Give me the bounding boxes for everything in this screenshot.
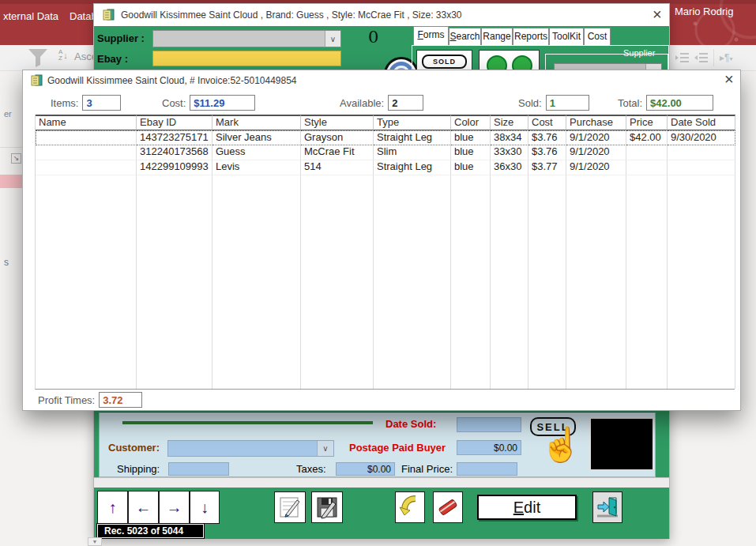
filter-icon[interactable] [27,47,49,68]
sold-field[interactable]: 1 [546,95,589,111]
customer-combobox[interactable]: ∨ [167,440,334,457]
table-cell[interactable]: McCrae Fit [301,145,374,160]
table-cell[interactable]: 9/1/2020 [566,145,626,160]
toolbar-separator [713,49,714,66]
column-header[interactable]: Mark [213,115,301,130]
increase-indent-icon[interactable] [675,52,690,63]
arrow-right-icon: → [167,499,182,517]
save-record-button[interactable] [311,491,343,523]
table-cell[interactable] [36,160,137,175]
table-cell[interactable]: 312240173568 [137,145,213,160]
table-cell[interactable]: 33x30 [491,145,528,160]
tab-toolkit[interactable]: ToolKit [549,28,584,45]
table-cell[interactable]: Levis [213,160,301,175]
column-header[interactable]: Purchase [566,115,626,130]
total-field[interactable]: $42.00 [646,95,713,111]
table-cell[interactable]: $42.00 [626,130,668,145]
sort-ascending-icon[interactable]: AZ ↓ [58,49,68,62]
table-cell[interactable]: Grayson [301,130,374,145]
record-first-button[interactable]: ↑ [97,491,128,524]
table-cell[interactable]: 9/30/2020 [668,130,735,145]
column-header[interactable]: Ebay ID [137,115,213,130]
cost-summary: Cost: $11.29 [162,94,255,111]
table-cell[interactable] [36,145,137,160]
supplier-combo-chevron-icon[interactable]: ∨ [325,31,340,47]
table-cell[interactable]: blue [451,130,491,145]
sort-down-arrow: ↓ [63,51,68,60]
postage-paid-field[interactable]: $0.00 [457,440,521,455]
final-price-label: Final Price: [401,463,453,475]
scrollbar-down-icon[interactable]: ▼ [88,537,102,546]
item-image-placeholder[interactable] [589,417,654,471]
table-cell[interactable]: 143723275171 [137,130,213,145]
table-column-filler [566,175,626,389]
table-cell[interactable] [626,160,668,175]
table-cell[interactable]: Guess [213,145,301,160]
delete-record-button[interactable] [433,491,463,523]
shipping-field[interactable] [168,462,229,476]
table-cell[interactable]: $3.77 [528,160,566,175]
customer-combo-chevron-icon[interactable]: ∨ [317,441,333,456]
table-cell[interactable]: 9/1/2020 [566,160,626,175]
tab-range[interactable]: Range [481,28,513,45]
decrease-indent-icon[interactable] [694,52,709,63]
tab-reports[interactable]: Reports [513,28,549,45]
record-previous-button[interactable]: ← [128,491,159,524]
ribbon-tab-external-data[interactable]: xternal Data [3,10,58,22]
items-field[interactable]: 3 [82,95,121,111]
column-header[interactable]: Cost [528,115,566,130]
exit-button[interactable] [592,491,622,523]
table-cell[interactable]: blue [451,160,491,175]
table-cell[interactable]: Straight Leg [374,160,451,175]
edit-button[interactable]: Edit [477,495,577,520]
column-header[interactable]: Color [451,115,491,130]
taxes-field[interactable]: $0.00 [336,462,395,476]
table-cell[interactable] [668,145,735,160]
table-cell[interactable]: $3.76 [528,145,566,160]
table-cell[interactable]: Silver Jeans [213,130,301,145]
paragraph-dropdown-icon[interactable]: ▾ [729,55,732,62]
tab-search[interactable]: Search [449,28,481,45]
column-header[interactable]: Price [626,115,668,130]
table-cell[interactable]: 514 [301,160,374,175]
column-header[interactable]: Style [301,115,374,130]
cost-field[interactable]: $11.29 [190,95,255,111]
floppy-pencil-icon [315,495,339,519]
record-next-button[interactable]: → [159,491,190,524]
undo-button[interactable] [395,491,425,523]
table-cell[interactable]: 38x34 [491,130,528,145]
table-cell[interactable] [668,160,735,175]
table-cell[interactable]: 36x30 [491,160,528,175]
table-column-filler [374,175,451,389]
record-last-button[interactable]: ↓ [190,491,220,524]
new-record-button[interactable] [274,491,306,523]
table-cell[interactable]: $3.76 [528,130,566,145]
column-header[interactable]: Type [374,115,451,130]
table-cell[interactable]: 142299109993 [137,160,213,175]
date-sold-field[interactable] [457,417,521,432]
profit-times-field[interactable]: 3.72 [99,392,142,408]
back-window-close-icon[interactable]: × [653,6,662,22]
supplier-combobox[interactable]: ∨ [152,30,341,47]
dialog-launcher-icon[interactable]: ↘ [11,153,21,164]
pointing-hand-icon[interactable]: ☝ [540,428,581,461]
invoice-dialog-close-icon[interactable]: × [724,71,734,87]
table-cell[interactable] [36,130,137,145]
back-window-titlebar[interactable]: Goodwill Kissimmee Saint Cloud , Brand: … [94,4,669,26]
account-user-name[interactable]: Mario Rodrig [675,6,733,17]
tab-cost[interactable]: Cost [584,28,611,45]
ebay-field[interactable] [152,51,341,66]
available-field[interactable]: 2 [388,95,423,111]
tab-forms[interactable]: Forms [413,26,449,45]
column-header[interactable]: Name [36,115,137,130]
supplier-label: Supplier : [97,32,145,44]
final-price-field[interactable] [457,462,517,476]
column-header[interactable]: Date Sold [668,115,735,130]
paragraph-marks-icon[interactable]: ▸¶▾ [720,52,732,63]
table-cell[interactable]: blue [451,145,491,160]
table-cell[interactable]: 9/1/2020 [566,130,626,145]
column-header[interactable]: Size [491,115,528,130]
table-cell[interactable]: Straight Leg [374,130,451,145]
table-cell[interactable]: Slim [374,145,451,160]
table-cell[interactable] [626,145,668,160]
